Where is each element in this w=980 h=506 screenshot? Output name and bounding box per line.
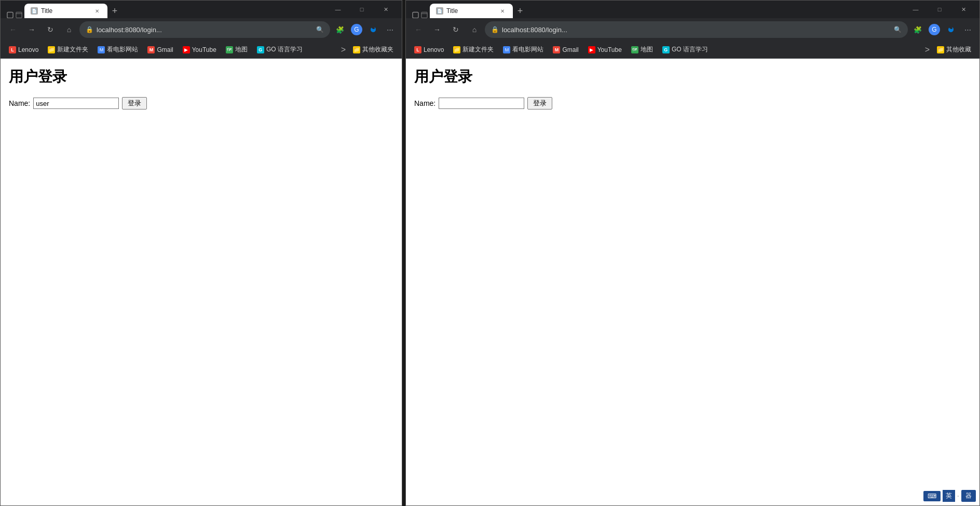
right-tab-title: Title <box>446 7 495 15</box>
right-bookmark-golang-label: GO 语言学习 <box>672 45 708 54</box>
left-bookmark-golang[interactable]: G GO 语言学习 <box>253 43 307 56</box>
right-bookmark-folder1-icon: 📁 <box>453 46 460 53</box>
left-bookmark-movies-icon: M <box>98 46 105 53</box>
taskbar-input-icon[interactable]: ⌨ <box>923 491 941 501</box>
right-refresh-button[interactable]: ↻ <box>447 21 464 38</box>
left-more-button[interactable]: ⋯ <box>382 22 398 37</box>
left-bookmark-maps[interactable]: 🗺 地图 <box>222 43 252 56</box>
right-bookmark-otherfolder[interactable]: 📁 其他收藏 <box>933 43 975 56</box>
right-extensions-button[interactable]: 🧩 <box>910 22 925 37</box>
left-bookmark-folder1-label: 新建文件夹 <box>57 45 88 54</box>
left-tab-close-button[interactable]: ✕ <box>93 7 101 15</box>
right-edge-icon[interactable] <box>943 22 959 37</box>
left-bookmark-otherfolder[interactable]: 📁 其他收藏夹 <box>349 43 398 56</box>
right-bookmark-folder1-label: 新建文件夹 <box>462 45 494 54</box>
right-window-icon2 <box>421 11 428 18</box>
right-bookmark-movies-icon: M <box>503 46 510 53</box>
right-bookmark-movies[interactable]: M 看电影网站 <box>499 43 548 56</box>
right-maximize-button[interactable]: □ <box>928 1 951 18</box>
right-bookmark-lenovo-icon: L <box>414 46 421 53</box>
right-bookmark-youtube[interactable]: ▶ YouTube <box>584 44 626 56</box>
taskbar-settings-icon[interactable]: 器 <box>961 490 976 502</box>
right-home-button[interactable]: ⌂ <box>466 21 483 38</box>
left-form-label: Name: <box>9 99 30 107</box>
left-page-content: 用户登录 Name: 登录 <box>1 59 402 505</box>
right-bookmark-gmail[interactable]: M Gmail <box>549 44 582 56</box>
right-page-title: 用户登录 <box>414 67 971 87</box>
left-active-tab[interactable]: 📄 Title ✕ <box>24 4 107 18</box>
left-window-icon2 <box>16 11 22 18</box>
left-address-text: localhost:8080/login... <box>97 26 313 34</box>
left-bookmarks-more[interactable]: > <box>339 43 348 57</box>
right-address-bar[interactable]: 🔒 localhost:8080/login... 🔍 <box>485 21 908 38</box>
right-tab-icon <box>412 11 419 18</box>
taskbar-overlay: ⌨ 英 · 器 <box>923 490 976 502</box>
left-refresh-button[interactable]: ↻ <box>42 21 59 38</box>
right-search-icon: 🔍 <box>894 26 902 33</box>
taskbar-lang-button[interactable]: 英 <box>943 490 955 502</box>
right-nav-bar: ← → ↻ ⌂ 🔒 localhost:8080/login... 🔍 🧩 G <box>406 18 979 41</box>
left-close-button[interactable]: ✕ <box>374 1 398 18</box>
taskbar-settings-label: 器 <box>965 491 972 500</box>
left-bookmark-otherfolder-icon: 📁 <box>353 46 360 53</box>
left-profile-button[interactable]: G <box>349 22 364 37</box>
left-tab-icon <box>7 11 13 18</box>
left-home-button[interactable]: ⌂ <box>61 21 77 38</box>
right-login-form: Name: 登录 <box>414 97 971 110</box>
right-window-controls: — □ ✕ <box>904 1 975 18</box>
left-back-button[interactable]: ← <box>5 21 21 38</box>
left-page-title: 用户登录 <box>9 67 393 87</box>
left-tab-favicon: 📄 <box>31 7 38 15</box>
right-bookmark-golang[interactable]: G GO 语言学习 <box>658 43 712 56</box>
right-bookmark-gmail-label: Gmail <box>562 46 578 53</box>
left-nav-bar: ← → ↻ ⌂ 🔒 localhost:8080/login... 🔍 🧩 G <box>1 18 402 41</box>
left-login-form: Name: 登录 <box>9 97 393 110</box>
left-bookmark-golang-icon: G <box>257 46 264 53</box>
right-nav-extras: 🧩 G ⋯ <box>910 22 975 37</box>
right-title-bar: 📄 Title ✕ + — □ ✕ <box>406 1 979 18</box>
right-profile-button[interactable]: G <box>927 22 942 37</box>
left-search-icon: 🔍 <box>316 26 324 33</box>
right-tab-bar: 📄 Title ✕ + <box>410 1 902 18</box>
right-bookmarks-more[interactable]: > <box>923 43 932 57</box>
right-name-input[interactable] <box>439 98 524 109</box>
left-tab-title: Title <box>41 7 90 15</box>
left-extensions-button[interactable]: 🧩 <box>332 22 348 37</box>
left-name-input[interactable] <box>33 98 119 109</box>
left-forward-button[interactable]: → <box>23 21 40 38</box>
right-forward-button[interactable]: → <box>429 21 445 38</box>
right-back-button[interactable]: ← <box>410 21 427 38</box>
left-login-button[interactable]: 登录 <box>122 97 147 110</box>
right-new-tab-button[interactable]: + <box>513 4 527 18</box>
right-close-button[interactable]: ✕ <box>951 1 975 18</box>
right-bookmark-maps[interactable]: 🗺 地图 <box>627 43 657 56</box>
right-tab-favicon: 📄 <box>436 7 443 15</box>
svg-rect-3 <box>413 12 418 18</box>
left-new-tab-button[interactable]: + <box>107 4 122 18</box>
right-bookmark-folder1[interactable]: 📁 新建文件夹 <box>449 43 498 56</box>
left-minimize-button[interactable]: — <box>326 1 350 18</box>
left-bookmark-movies[interactable]: M 看电影网站 <box>93 43 142 56</box>
right-bookmark-lenovo-label: Lenovo <box>424 46 444 53</box>
taskbar-input-label: ⌨ <box>928 493 936 500</box>
right-login-button[interactable]: 登录 <box>527 97 552 110</box>
left-bookmark-youtube-icon: ▶ <box>183 46 190 53</box>
left-bookmark-folder1[interactable]: 📁 新建文件夹 <box>44 43 92 56</box>
right-bookmark-otherfolder-label: 其他收藏 <box>946 45 971 54</box>
left-bookmark-youtube[interactable]: ▶ YouTube <box>179 44 221 56</box>
left-edge-icon[interactable] <box>365 22 381 37</box>
svg-rect-4 <box>421 12 427 18</box>
left-bookmark-movies-label: 看电影网站 <box>107 45 138 54</box>
right-bookmark-lenovo[interactable]: L Lenovo <box>410 44 448 56</box>
left-address-bar[interactable]: 🔒 localhost:8080/login... 🔍 <box>79 21 330 38</box>
left-nav-extras: 🧩 G ⋯ <box>332 22 398 37</box>
right-active-tab[interactable]: 📄 Title ✕ <box>430 4 513 18</box>
right-minimize-button[interactable]: — <box>904 1 928 18</box>
right-tab-close-button[interactable]: ✕ <box>498 7 507 15</box>
right-more-button[interactable]: ⋯ <box>960 22 975 37</box>
left-bookmark-gmail[interactable]: M Gmail <box>143 44 177 56</box>
right-bookmark-youtube-label: YouTube <box>597 46 622 53</box>
left-bookmark-lenovo[interactable]: L Lenovo <box>5 44 43 56</box>
right-bookmark-otherfolder-icon: 📁 <box>937 46 944 53</box>
left-maximize-button[interactable]: □ <box>350 1 374 18</box>
